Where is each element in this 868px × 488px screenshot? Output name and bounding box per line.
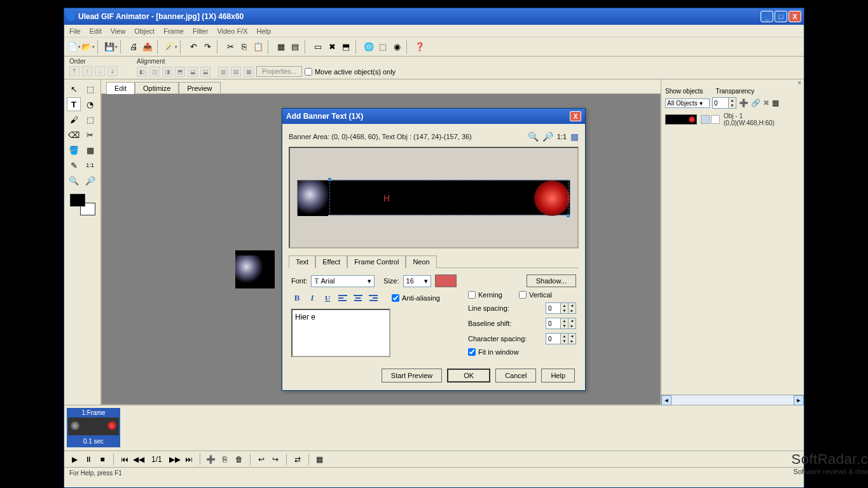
tab-frame-control[interactable]: Frame Control	[347, 255, 406, 268]
menu-videofx[interactable]: Video F/X	[217, 27, 247, 35]
menu-file[interactable]: File	[69, 27, 81, 35]
char-spacing-spinner[interactable]: ▲▼◄►	[546, 333, 576, 344]
maximize-button[interactable]: □	[775, 11, 787, 22]
delete-icon[interactable]: ✖	[326, 41, 338, 53]
font-select[interactable]: 𝕋 Arial▾	[311, 275, 375, 287]
antialias-checkbox[interactable]: Anti-aliasing	[392, 294, 440, 302]
selection-tool-icon[interactable]: ⬚	[83, 82, 97, 96]
text-tool-icon[interactable]: T	[67, 97, 81, 111]
play-icon[interactable]: ▶	[69, 454, 79, 464]
menu-frame[interactable]: Frame	[163, 27, 184, 35]
align-left-button[interactable]	[337, 293, 348, 303]
fill-tool-icon[interactable]: 🪣	[67, 143, 81, 157]
cancel-button[interactable]: Cancel	[495, 369, 536, 383]
zoom-out-icon[interactable]: 🔎	[542, 132, 553, 142]
fit-in-window-checkbox[interactable]: Fit in window	[468, 348, 576, 356]
eyedrop-tool-icon[interactable]: ✎	[67, 158, 81, 172]
align-bottom-icon[interactable]: ⬓	[200, 67, 210, 77]
preview-icon[interactable]: ◉	[391, 41, 403, 53]
text-selection-handles[interactable]	[329, 179, 568, 216]
reverse-icon[interactable]: ⇄	[293, 454, 303, 464]
vertical-checkbox[interactable]: Vertical	[519, 291, 552, 299]
save-icon[interactable]: 💾	[105, 41, 116, 53]
pause-icon[interactable]: ⏸	[83, 454, 93, 464]
menu-filter[interactable]: Filter	[193, 27, 208, 35]
order-down-icon[interactable]: ↓	[95, 66, 105, 76]
help-icon[interactable]: ❓	[414, 41, 425, 53]
zoom-ratio[interactable]: 1:1	[557, 133, 567, 140]
zoomin-tool-icon[interactable]: 🔍	[67, 173, 81, 187]
last-frame-icon[interactable]: ⏭	[184, 454, 194, 464]
dist-h-icon[interactable]: ▥	[218, 67, 228, 77]
panel-scrollbar[interactable]: ◄ ►	[661, 395, 804, 405]
group-icon[interactable]: ⬚	[377, 41, 389, 53]
line-spacing-spinner[interactable]: ▲▼◄►	[546, 302, 576, 314]
eraser-tool-icon[interactable]: ⌫	[67, 128, 81, 142]
color-swatches[interactable]	[67, 194, 98, 215]
globe-icon[interactable]: 🌐	[363, 41, 375, 53]
fit-window-icon[interactable]: ▦	[570, 132, 579, 142]
del-frame-icon[interactable]: 🗑	[234, 454, 244, 464]
align-right-button[interactable]	[368, 293, 379, 303]
open-icon[interactable]: 📂	[82, 41, 93, 53]
wand-icon[interactable]: 🪄	[165, 41, 176, 53]
redo-icon[interactable]: ↷	[202, 41, 213, 53]
tab-effect[interactable]: Effect	[315, 255, 347, 268]
tab-optimize[interactable]: Optimize	[135, 82, 179, 94]
merge-icon[interactable]: ⬒	[340, 41, 352, 53]
link-object-icon[interactable]: 🔗	[751, 98, 761, 107]
paste-icon[interactable]: 📋	[252, 41, 264, 53]
add-object-icon[interactable]: ➕	[739, 98, 748, 107]
banner-preview[interactable]: H	[297, 180, 570, 215]
bold-button[interactable]: B	[291, 292, 303, 304]
tab-text[interactable]: Text	[289, 255, 315, 268]
canvas-banner-object[interactable]	[235, 250, 275, 288]
dialog-close-button[interactable]: X	[570, 111, 581, 121]
order-front-icon[interactable]: ⤒	[69, 66, 79, 76]
start-preview-button[interactable]: Start Preview	[382, 369, 442, 383]
settings-icon[interactable]: ▦	[315, 454, 325, 464]
properties-button[interactable]: Properties...	[256, 66, 302, 77]
shadow-button[interactable]: Shadow...	[527, 274, 576, 287]
transparency-spinner[interactable]: ▲▼	[712, 97, 736, 109]
grid2-icon[interactable]: ▤	[289, 41, 301, 53]
export-icon[interactable]: 📤	[142, 41, 153, 53]
pointer-tool-icon[interactable]: ↖	[67, 82, 81, 96]
banner-text-input[interactable]	[291, 309, 390, 357]
visibility-icon[interactable]	[701, 115, 710, 124]
foreground-color-swatch[interactable]	[70, 194, 85, 207]
tween-back-icon[interactable]: ↩	[256, 454, 266, 464]
dist-v-icon[interactable]: ▤	[231, 67, 241, 77]
brush-tool-icon[interactable]: 🖌	[67, 112, 81, 126]
grid1-icon[interactable]: ▦	[275, 41, 287, 53]
copy-icon[interactable]: ⎘	[238, 41, 250, 53]
size-select[interactable]: 16▾	[403, 275, 431, 287]
tab-preview[interactable]: Preview	[179, 82, 220, 94]
align-middle-icon[interactable]: ⬓	[188, 67, 198, 77]
delete-object-icon[interactable]: ✖	[763, 98, 769, 107]
layers-icon[interactable]: ▭	[312, 41, 324, 53]
zoom11-tool-icon[interactable]: 1:1	[83, 158, 97, 172]
move-active-checkbox[interactable]: Move active object(s) only	[305, 68, 396, 76]
scroll-left-icon[interactable]: ◄	[661, 395, 672, 405]
crop-tool-icon[interactable]: ✂	[83, 128, 97, 142]
print-icon[interactable]: 🖨	[128, 41, 139, 53]
object-list-item[interactable]: Obj - 1 (0,0)(W:468,H:60)	[661, 110, 804, 129]
ok-button[interactable]: OK	[447, 369, 490, 383]
lock-icon[interactable]	[711, 115, 720, 124]
order-back-icon[interactable]: ⤓	[107, 66, 118, 76]
scroll-right-icon[interactable]: ►	[794, 395, 804, 405]
undo-icon[interactable]: ↶	[188, 41, 199, 53]
add-frame-icon[interactable]: ➕	[206, 454, 216, 464]
italic-button[interactable]: I	[307, 292, 318, 304]
menu-help[interactable]: Help	[257, 27, 272, 35]
menu-view[interactable]: View	[111, 27, 126, 35]
menu-edit[interactable]: Edit	[90, 27, 102, 35]
align-center-button[interactable]	[352, 293, 364, 303]
align-center-icon[interactable]: ◫	[149, 67, 160, 77]
prev-frame-icon[interactable]: ◀◀	[134, 454, 144, 464]
tween-fwd-icon[interactable]: ↪	[270, 454, 280, 464]
dialog-titlebar[interactable]: Add Banner Text (1X) X	[282, 109, 585, 124]
menu-object[interactable]: Object	[134, 27, 155, 35]
underline-button[interactable]: U̲	[322, 292, 333, 304]
